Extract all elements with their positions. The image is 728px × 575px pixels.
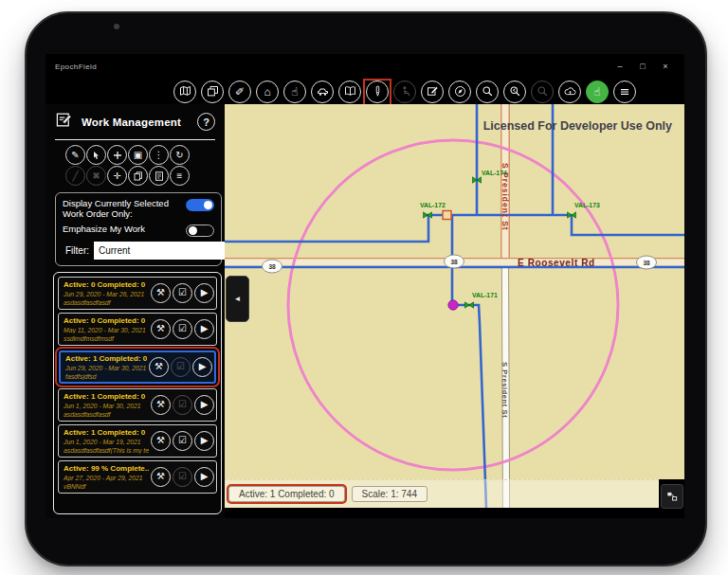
display-selected-row: Display Currently Selected Work Order On… (63, 198, 214, 220)
start-play-icon[interactable]: ▶ (194, 319, 214, 339)
network-overview-button[interactable] (661, 484, 683, 509)
chevron-left-icon: ◄ (234, 295, 242, 303)
copy-icon[interactable] (128, 166, 148, 186)
pen-icon[interactable] (366, 81, 389, 103)
measure-icon[interactable]: ╱ (65, 166, 85, 186)
complete-checkbox-icon[interactable]: ☑ (173, 395, 192, 415)
card-title: Active: 1 Completed: 0 (64, 392, 149, 401)
select-icon[interactable] (86, 145, 106, 165)
emphasize-label: Emphasize My Work (63, 224, 182, 234)
complete-checkbox-icon[interactable]: ☑ (173, 431, 192, 451)
card-dates: Apr 27, 2020 - Apr 29, 2021 (64, 475, 149, 481)
work-order-card[interactable]: Active: 99 % Complete... Apr 27, 2020 - … (58, 460, 217, 494)
work-order-card-selected[interactable]: Active: 1 Completed: 0 Jun 29, 2020 - Ma… (59, 350, 216, 384)
more-icon[interactable]: ⋮ (149, 145, 169, 165)
page: EpochField – □ × ✐ ⌂ ☝ (0, 0, 728, 575)
map-corner-notch (659, 479, 684, 518)
road-label-president-lower: S President St (500, 362, 509, 418)
app-title: EpochField (55, 63, 97, 71)
card-desc: fasdfsjdfsd (65, 373, 147, 380)
card-title: Active: 0 Completed: 0 (64, 316, 149, 325)
route-shield-label: 38 (268, 263, 276, 270)
title-bar: EpochField – □ × (46, 54, 684, 79)
sidebar-collapse-button[interactable]: ◄ (226, 276, 249, 322)
settings-group: Display Currently Selected Work Order On… (55, 192, 222, 266)
work-hammer-icon[interactable]: ⚒ (149, 357, 169, 377)
pan-hand-icon[interactable]: ☝ (586, 81, 609, 103)
card-desc: asdasdfasdfasdf(This is my test 1.. (64, 447, 149, 454)
work-hammer-icon[interactable]: ⚒ (151, 395, 171, 415)
route-shield-label: 38 (450, 259, 458, 265)
work-hammer-icon[interactable]: ⚒ (151, 283, 171, 303)
template-icon[interactable]: ▣ (128, 145, 148, 165)
complete-checkbox-icon[interactable]: ☑ (171, 357, 191, 377)
sync-icon[interactable]: ↻ (170, 145, 190, 165)
complete-checkbox-icon[interactable]: ☑ (173, 283, 192, 303)
bookmarks-icon[interactable] (338, 81, 361, 103)
complete-checkbox-icon[interactable]: ☑ (173, 467, 192, 487)
card-title: Active: 99 % Complete... (64, 464, 149, 473)
selected-feature-dot[interactable] (448, 300, 458, 310)
basemap: 38 38 38 Licensed For Developer Use Only… (225, 104, 684, 508)
clipboard-pencil-icon (55, 111, 73, 133)
vehicle-icon[interactable] (311, 81, 334, 103)
license-text: Licensed For Developer Use Only (483, 119, 672, 133)
search-icon[interactable] (476, 81, 499, 103)
valve-174-label: VAL-174 (482, 170, 507, 176)
start-play-icon[interactable]: ▶ (194, 283, 214, 303)
start-play-icon[interactable]: ▶ (192, 357, 212, 377)
work-order-card[interactable]: Active: 1 Completed: 0 Jun 1, 2020 - Mar… (58, 388, 217, 422)
person-icon[interactable] (393, 81, 416, 103)
search-previous-icon[interactable] (503, 81, 526, 103)
compose-icon[interactable] (421, 81, 444, 103)
card-dates: Jun 1, 2020 - Mar 19, 2021 (64, 439, 149, 445)
cloud-sync-icon[interactable] (558, 81, 581, 103)
map-status-bar: Active: 1 Completed: 0 Scale: 1: 744 (225, 479, 659, 508)
search-disabled-icon[interactable] (531, 81, 554, 103)
close-button[interactable]: × (660, 62, 671, 71)
card-dates: May 11, 2020 - Mar 30, 2021 (64, 327, 149, 333)
draw-icon[interactable]: ✐ (228, 81, 251, 103)
tablet-camera (114, 24, 119, 29)
add-icon[interactable] (107, 145, 127, 165)
delete-icon[interactable]: ✖ (86, 166, 106, 186)
start-play-icon[interactable]: ▶ (194, 431, 214, 451)
home-icon[interactable]: ⌂ (256, 81, 279, 103)
edit-icon[interactable]: ✎ (65, 145, 85, 165)
app-window: EpochField – □ × ✐ ⌂ ☝ (46, 54, 684, 518)
minimize-button[interactable]: – (614, 62, 626, 71)
map-view[interactable]: 38 38 38 Licensed For Developer Use Only… (225, 104, 684, 518)
maximize-button[interactable]: □ (637, 62, 648, 71)
work-order-list: Active: 0 Completed: 0 Jun 29, 2020 - Ma… (53, 272, 222, 514)
work-order-card[interactable]: Active: 0 Completed: 0 Jun 29, 2020 - Ma… (58, 277, 217, 310)
filter-input[interactable] (94, 242, 228, 260)
report-icon[interactable] (149, 166, 169, 186)
start-play-icon[interactable]: ▶ (194, 467, 214, 487)
map-icon[interactable] (173, 81, 196, 103)
help-button[interactable]: ? (197, 113, 215, 131)
list-icon[interactable]: ≡ (170, 166, 190, 186)
move-icon[interactable]: ✛ (107, 166, 127, 186)
touch-icon[interactable]: ☝ (283, 81, 306, 103)
compass-icon[interactable] (448, 81, 471, 103)
start-play-icon[interactable]: ▶ (194, 395, 214, 415)
work-order-card[interactable]: Active: 0 Completed: 0 May 11, 2020 - Ma… (58, 313, 217, 346)
display-selected-toggle[interactable] (186, 199, 214, 211)
valve-173-label: VAL-173 (574, 202, 600, 208)
layers-icon[interactable] (201, 81, 224, 103)
menu-icon[interactable] (613, 81, 636, 103)
toggle-knob (189, 226, 197, 235)
complete-checkbox-icon[interactable]: ☑ (173, 319, 192, 339)
work-hammer-icon[interactable]: ⚒ (151, 467, 171, 487)
work-order-card[interactable]: Active: 1 Completed: 0 Jun 1, 2020 - Mar… (58, 424, 217, 458)
tool-row-1: ✎ ▣ ⋮ ↻ (46, 145, 225, 165)
card-title: Active: 1 Completed: 0 (64, 428, 149, 437)
work-hammer-icon[interactable]: ⚒ (151, 319, 171, 339)
card-dates: Jun 29, 2020 - Mar 26, 2021 (64, 291, 149, 297)
filter-row: Filter: (63, 242, 214, 260)
panel-title: Work Management (82, 117, 181, 128)
active-completed-status: Active: 1 Completed: 0 (228, 486, 345, 502)
emphasize-toggle[interactable] (186, 225, 214, 237)
work-hammer-icon[interactable]: ⚒ (151, 431, 171, 451)
fitting-symbol[interactable] (443, 211, 451, 220)
